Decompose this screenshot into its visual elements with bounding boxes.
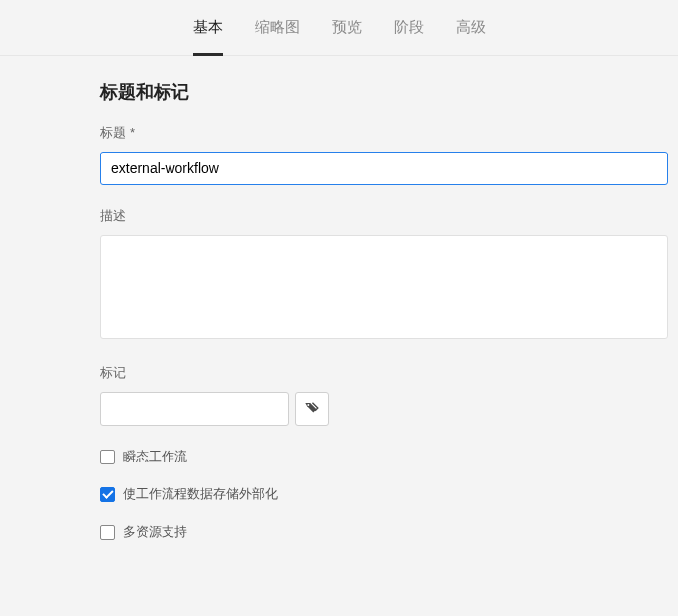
title-field-group: 标题* — [100, 124, 668, 185]
checkbox-multires-label: 多资源支持 — [123, 523, 187, 541]
tags-row — [100, 392, 668, 426]
checkbox-externalize-label: 使工作流程数据存储外部化 — [123, 485, 278, 503]
checkbox-multires-row[interactable]: 多资源支持 — [100, 523, 668, 541]
tab-advanced[interactable]: 高级 — [456, 0, 486, 56]
checkbox-transient[interactable] — [100, 450, 115, 464]
description-field-group: 描述 — [100, 207, 668, 342]
tag-icon — [304, 400, 320, 419]
tab-basic[interactable]: 基本 — [193, 0, 223, 56]
tab-stage[interactable]: 阶段 — [394, 0, 424, 56]
form-content: 标题和标记 标题* 描述 标记 瞬态工作流 — [100, 56, 668, 541]
description-label: 描述 — [100, 207, 668, 225]
tab-bar: 基本 缩略图 预览 阶段 高级 — [0, 0, 678, 56]
tab-preview[interactable]: 预览 — [332, 0, 362, 56]
required-asterisk: * — [130, 125, 135, 140]
tags-label: 标记 — [100, 364, 668, 382]
svg-point-0 — [307, 404, 309, 406]
checkbox-transient-label: 瞬态工作流 — [123, 448, 187, 465]
title-label-text: 标题 — [100, 125, 126, 140]
checkbox-multires[interactable] — [100, 525, 115, 540]
checkbox-externalize-row[interactable]: 使工作流程数据存储外部化 — [100, 485, 668, 503]
section-title: 标题和标记 — [100, 80, 668, 104]
checkbox-externalize[interactable] — [100, 487, 115, 502]
description-textarea[interactable] — [100, 235, 668, 339]
checkbox-transient-row[interactable]: 瞬态工作流 — [100, 448, 668, 465]
tags-input[interactable] — [100, 392, 289, 426]
tab-thumbnail[interactable]: 缩略图 — [255, 0, 300, 56]
title-label: 标题* — [100, 124, 668, 142]
title-input[interactable] — [100, 152, 668, 185]
tags-field-group: 标记 — [100, 364, 668, 426]
tags-picker-button[interactable] — [295, 392, 329, 426]
